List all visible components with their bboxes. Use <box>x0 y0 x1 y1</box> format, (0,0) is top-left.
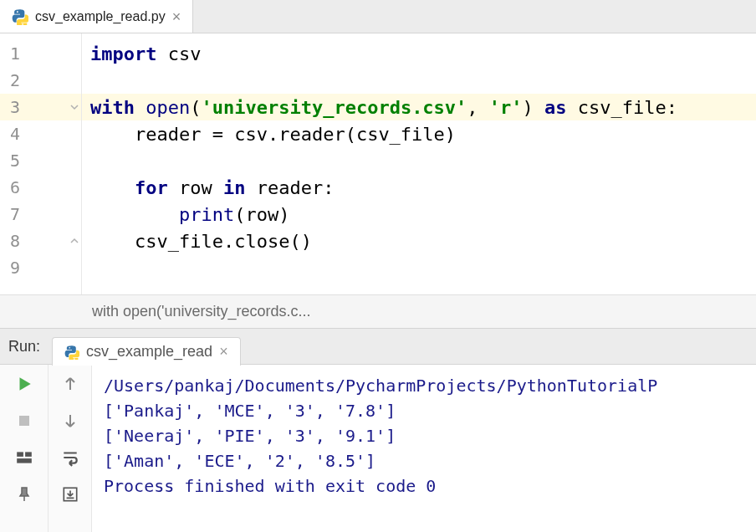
code-line <box>82 147 756 174</box>
code-line <box>82 254 756 281</box>
breadcrumb-text: with open('university_records.c... <box>92 303 311 320</box>
line-number: 2 <box>0 67 81 94</box>
stop-button[interactable] <box>13 410 35 432</box>
svg-rect-3 <box>17 458 32 463</box>
svg-rect-1 <box>17 452 23 457</box>
up-arrow-button[interactable] <box>59 373 81 395</box>
python-file-icon <box>12 8 28 25</box>
code-area[interactable]: import csv with open('university_records… <box>82 33 756 294</box>
svg-rect-0 <box>19 416 29 426</box>
code-line: csv_file.close() <box>82 228 756 254</box>
breadcrumb[interactable]: with open('university_records.c... <box>0 294 756 328</box>
console-line: Process finished with exit code 0 <box>104 473 744 499</box>
line-number: 5 <box>0 147 81 174</box>
code-line: print(row) <box>82 201 756 228</box>
close-icon[interactable]: × <box>172 9 181 24</box>
pin-button[interactable] <box>13 483 35 505</box>
fold-marker-close-icon[interactable] <box>69 236 79 246</box>
layout-button[interactable] <box>13 447 35 468</box>
run-panel-body: /Users/pankaj/Documents/PycharmProjects/… <box>0 365 756 532</box>
python-icon <box>64 345 79 360</box>
svg-rect-2 <box>25 452 32 457</box>
soft-wrap-button[interactable] <box>59 447 81 468</box>
console-line: /Users/pankaj/Documents/PycharmProjects/… <box>104 373 744 398</box>
line-number: 7 <box>0 201 81 228</box>
code-line: with open('university_records.csv', 'r')… <box>82 94 756 120</box>
run-toolbar-secondary <box>49 365 92 532</box>
down-arrow-button[interactable] <box>59 410 81 432</box>
line-number: 3 <box>0 94 81 120</box>
code-line: for row in reader: <box>82 174 756 201</box>
close-icon[interactable]: × <box>219 343 228 361</box>
line-number: 9 <box>0 254 81 281</box>
code-line: import csv <box>82 40 756 67</box>
code-line <box>82 67 756 94</box>
line-number: 1 <box>0 40 81 67</box>
editor-tab-bar: csv_example_read.py × <box>0 0 756 33</box>
run-config-name: csv_example_read <box>86 343 212 361</box>
line-number: 6 <box>0 174 81 201</box>
run-panel-header: Run: csv_example_read × <box>0 328 756 365</box>
console-output[interactable]: /Users/pankaj/Documents/PycharmProjects/… <box>92 365 756 532</box>
rerun-button[interactable] <box>13 373 35 395</box>
console-line: ['Pankaj', 'MCE', '3', '7.8'] <box>104 398 744 423</box>
editor-tab-label: csv_example_read.py <box>35 9 166 24</box>
editor-tab[interactable]: csv_example_read.py × <box>0 0 193 33</box>
fold-marker-open-icon[interactable] <box>69 102 79 112</box>
scroll-to-end-button[interactable] <box>59 483 81 505</box>
console-line: ['Neeraj', 'PIE', '3', '9.1'] <box>104 423 744 448</box>
console-line: ['Aman', 'ECE', '2', '8.5'] <box>104 448 744 473</box>
code-line: reader = csv.reader(csv_file) <box>82 120 756 147</box>
line-number: 8 <box>0 228 81 254</box>
line-number-gutter: 1 2 3 4 5 6 7 8 9 <box>0 33 82 294</box>
run-label: Run: <box>8 338 40 356</box>
run-toolbar-primary <box>0 365 49 532</box>
run-config-tab[interactable]: csv_example_read × <box>52 337 241 366</box>
editor: 1 2 3 4 5 6 7 8 9 import csv with open('… <box>0 33 756 294</box>
line-number: 4 <box>0 120 81 147</box>
